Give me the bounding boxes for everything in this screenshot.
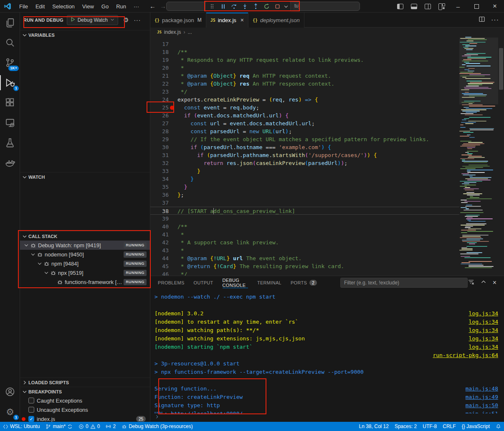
loaded-scripts-section-header[interactable]: LOADED SCRIPTS — [20, 378, 150, 387]
clear-console-icon[interactable] — [468, 279, 474, 287]
code-line-38[interactable]: 38// [START add_ons_case_preview_link] — [150, 207, 459, 215]
step-out-icon[interactable] — [251, 2, 261, 10]
line-number[interactable]: 35 — [150, 183, 169, 191]
tab-deployment.json[interactable]: {}deployment.json — [248, 13, 304, 28]
code-line-46[interactable]: 46 */ — [150, 270, 459, 276]
indentation[interactable]: Spaces: 2 — [392, 422, 420, 431]
code-line-20[interactable]: 20 * — [150, 64, 459, 72]
source-link[interactable]: log.js:34 — [469, 318, 498, 326]
editor-more-actions-icon[interactable]: ··· — [491, 16, 499, 24]
code-line-31[interactable]: 31 if (parsedUrl.pathname.startsWith('/s… — [150, 151, 459, 159]
close-window-button[interactable]: × — [486, 0, 504, 13]
line-number[interactable]: 21 — [150, 72, 169, 80]
breadcrumb[interactable]: JS index.js › ... — [150, 28, 504, 37]
line-number[interactable]: 39 — [150, 215, 169, 223]
line-number[interactable]: 26 — [150, 112, 169, 119]
breakpoint-checkbox[interactable]: ✓ — [28, 416, 34, 422]
breakpoints-section-header[interactable]: BREAKPOINTS — [20, 387, 150, 396]
code-line-43[interactable]: 43 * — [150, 246, 459, 254]
console-filter[interactable] — [340, 278, 468, 288]
code-line-42[interactable]: 42 * A support case link preview. — [150, 238, 459, 246]
call-stack-row-4[interactable]: functions-framework [954...RUNNING — [20, 277, 150, 286]
menu-go[interactable]: Go — [98, 2, 112, 11]
call-stack-row-3[interactable]: npx [9519]RUNNING — [20, 268, 150, 277]
language-mode[interactable]: {} JavaScript — [459, 422, 493, 431]
code-line-45[interactable]: 45 * @return {!Card} The resulting previ… — [150, 262, 459, 270]
minimize-button[interactable]: – — [449, 0, 467, 13]
more-actions-icon[interactable]: ··· — [134, 17, 141, 23]
cursor-position[interactable]: Ln 38, Col 12 — [356, 422, 392, 431]
minimap[interactable] — [459, 37, 498, 276]
forward-arrow-icon[interactable]: → — [160, 3, 166, 10]
breakpoint-row-0[interactable]: Caught Exceptions — [20, 396, 150, 405]
customize-layout-icon[interactable] — [438, 3, 445, 9]
search-icon[interactable] — [0, 33, 20, 53]
line-number[interactable]: 28 — [150, 127, 169, 135]
ports-status[interactable]: 2 — [103, 422, 119, 431]
code-line-44[interactable]: 44 * @param {!URL} url The event object. — [150, 254, 459, 262]
breakpoint-row-1[interactable]: Uncaught Exceptions — [20, 405, 150, 414]
line-number[interactable]: 41 — [150, 231, 169, 238]
line-number[interactable]: 30 — [150, 143, 169, 151]
line-number[interactable]: 18 — [150, 48, 169, 56]
code-line-18[interactable]: 18/** — [150, 48, 459, 56]
variables-section-header[interactable]: VARIABLES — [20, 30, 150, 39]
toggle-panel-icon[interactable] — [411, 4, 417, 9]
line-number[interactable]: 36 — [150, 191, 169, 199]
panel-tab-terminal[interactable]: TERMINAL — [257, 276, 281, 289]
debug-console-output[interactable]: > nodemon --watch ./ --exec npm start[no… — [150, 289, 504, 413]
line-number[interactable]: 33 — [150, 167, 169, 175]
line-number[interactable]: 46 — [150, 270, 169, 276]
tab-index.js[interactable]: JSindex.js× — [206, 13, 248, 28]
code-line-30[interactable]: 30 if (parsedUrl.hostname === 'example.c… — [150, 143, 459, 151]
source-link[interactable]: main.js:48 — [466, 385, 498, 393]
line-number[interactable]: 24 — [150, 96, 169, 104]
settings-gear-icon[interactable]: ⚙1 — [0, 402, 20, 422]
split-editor-icon[interactable] — [479, 16, 485, 24]
line-number[interactable]: 34 — [150, 175, 169, 183]
panel-tab-debug-console[interactable]: DEBUG CONSOLE — [223, 276, 248, 289]
step-over-icon[interactable] — [229, 2, 239, 10]
step-into-icon[interactable] — [240, 2, 250, 10]
breakpoint-checkbox[interactable] — [28, 407, 34, 413]
encoding[interactable]: UTF-8 — [420, 422, 440, 431]
extensions-icon[interactable] — [0, 93, 20, 113]
console-filter-input[interactable] — [344, 280, 464, 286]
source-link[interactable]: run-script-pkg.js:64 — [433, 351, 498, 360]
code-line-17[interactable]: 17 — [150, 40, 459, 48]
code-line-21[interactable]: 21 * @param {Object} req An HTTP request… — [150, 72, 459, 80]
code-line-32[interactable]: 32 return res.json(caseLinkPreview(parse… — [150, 159, 459, 167]
line-number[interactable]: 32 — [150, 159, 169, 167]
line-number[interactable]: 31 — [150, 151, 169, 159]
source-control-icon[interactable]: 1K+ — [0, 53, 20, 73]
console-prompt-icon[interactable] — [154, 413, 160, 421]
code-line-35[interactable]: 35 } — [150, 183, 459, 191]
breadcrumb-file[interactable]: index.js — [164, 29, 181, 35]
problems-status[interactable]: 00 — [76, 422, 103, 431]
drag-grip-icon[interactable] — [207, 2, 217, 10]
line-number[interactable]: 29 — [150, 135, 169, 143]
start-debug-icon[interactable] — [70, 16, 76, 24]
remote-explorer-icon[interactable] — [0, 113, 20, 133]
close-panel-icon[interactable]: × — [493, 279, 496, 286]
stop-icon[interactable] — [272, 2, 282, 10]
code-line-25[interactable]: 25 const event = req.body; — [150, 104, 459, 112]
menu-file[interactable]: File — [15, 2, 32, 11]
remote-indicator[interactable]: WSL: Ubuntu — [0, 422, 43, 431]
breakpoint-checkbox[interactable] — [28, 398, 34, 403]
line-number[interactable]: 17 — [150, 40, 169, 48]
menu-view[interactable]: View — [79, 2, 98, 11]
line-number[interactable]: 45 — [150, 262, 169, 270]
code-line-40[interactable]: 40/** — [150, 223, 459, 231]
source-link[interactable]: log.js:34 — [469, 326, 498, 335]
tab-package.json[interactable]: {}package.jsonM — [150, 13, 206, 28]
source-link[interactable]: main.js:50 — [466, 401, 498, 410]
code-line-36[interactable]: 36}; — [150, 191, 459, 199]
line-number[interactable]: 19 — [150, 56, 169, 64]
code-line-37[interactable]: 37 — [150, 199, 459, 207]
branch-status[interactable]: main* — [43, 422, 76, 431]
menu-selection[interactable]: Selection — [48, 2, 78, 11]
source-link[interactable]: log.js:34 — [469, 335, 498, 343]
source-link[interactable]: log.js:34 — [469, 343, 498, 351]
line-number[interactable]: 37 — [150, 199, 169, 207]
